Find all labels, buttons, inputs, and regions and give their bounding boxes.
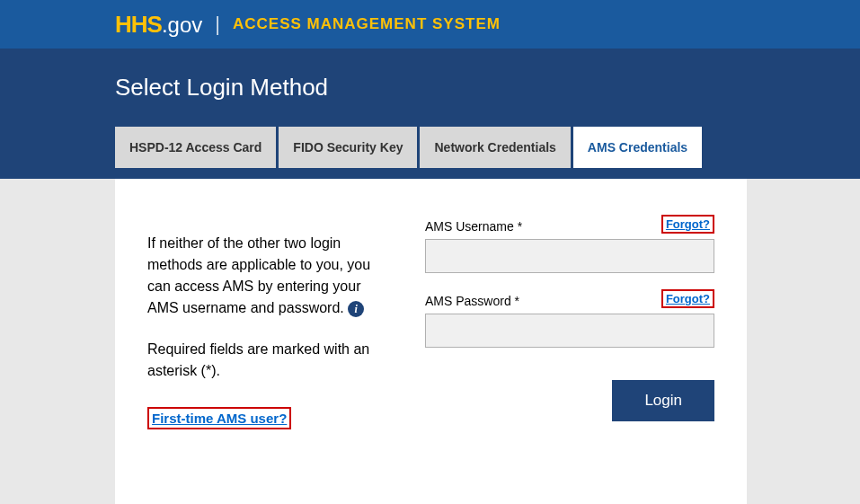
tab-network[interactable]: Network Credentials <box>420 127 570 168</box>
password-label: AMS Password * <box>425 294 519 308</box>
page-title: Select Login Method <box>115 49 860 127</box>
first-time-user-link[interactable]: First-time AMS user? <box>147 407 291 429</box>
intro-text: If neither of the other two login method… <box>147 233 393 319</box>
main-content: If neither of the other two login method… <box>115 179 747 504</box>
username-label-row: AMS Username * Forgot? <box>425 215 714 234</box>
header-divider: | <box>215 13 220 36</box>
login-method-tabs: HSPD-12 Access Card FIDO Security Key Ne… <box>115 127 860 168</box>
username-group: AMS Username * Forgot? <box>425 215 714 273</box>
password-group: AMS Password * Forgot? <box>425 289 714 348</box>
intro-text-content: If neither of the other two login method… <box>147 235 370 315</box>
top-bar: HHS.gov | ACCESS MANAGEMENT SYSTEM <box>0 0 860 49</box>
logo-hhs-text: HHS <box>115 11 162 39</box>
info-column: If neither of the other two login method… <box>147 215 393 468</box>
banner: Select Login Method HSPD-12 Access Card … <box>0 49 860 179</box>
tab-fido[interactable]: FIDO Security Key <box>279 127 417 168</box>
login-form: AMS Username * Forgot? AMS Password * Fo… <box>425 215 714 468</box>
system-name: ACCESS MANAGEMENT SYSTEM <box>233 15 501 33</box>
login-button[interactable]: Login <box>612 380 714 421</box>
tab-ams[interactable]: AMS Credentials <box>573 127 702 168</box>
tab-hspd12[interactable]: HSPD-12 Access Card <box>115 127 276 168</box>
username-input[interactable] <box>425 239 714 273</box>
username-label: AMS Username * <box>425 219 522 234</box>
forgot-password-link[interactable]: Forgot? <box>661 289 714 308</box>
password-input[interactable] <box>425 314 714 348</box>
info-icon[interactable]: i <box>348 301 364 317</box>
required-fields-note: Required fields are marked with an aster… <box>147 339 393 382</box>
forgot-username-link[interactable]: Forgot? <box>661 215 714 234</box>
password-label-row: AMS Password * Forgot? <box>425 289 714 308</box>
hhs-logo[interactable]: HHS.gov <box>115 11 202 39</box>
logo-gov-text: .gov <box>162 13 202 38</box>
